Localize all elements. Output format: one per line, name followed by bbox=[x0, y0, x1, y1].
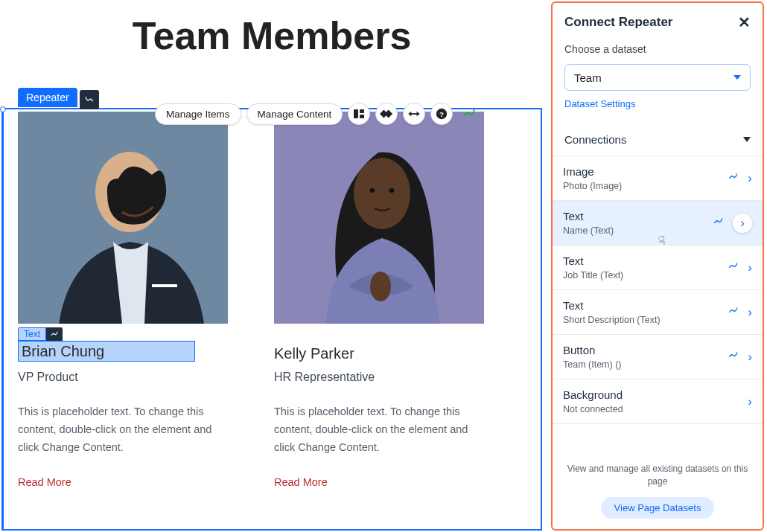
connection-title: Button bbox=[563, 344, 728, 356]
svg-rect-2 bbox=[360, 109, 364, 113]
page-title: Team Members bbox=[0, 13, 544, 58]
chevron-right-icon: › bbox=[733, 214, 752, 233]
repeater-tag-label[interactable]: Repeater bbox=[18, 88, 77, 107]
connect-data-icon[interactable] bbox=[46, 327, 63, 341]
svg-marker-26 bbox=[736, 352, 738, 353]
svg-point-14 bbox=[140, 191, 146, 196]
connection-row[interactable]: BackgroundNot connected› bbox=[553, 379, 763, 424]
connection-title: Text bbox=[563, 299, 728, 312]
svg-marker-21 bbox=[57, 332, 58, 333]
connection-subtitle: Team (Item) () bbox=[563, 359, 728, 370]
layout-icon[interactable] bbox=[348, 103, 370, 125]
read-more-link[interactable]: Read More bbox=[274, 476, 484, 488]
connect-repeater-panel: Connect Repeater ✕ Choose a dataset Team… bbox=[551, 1, 764, 531]
connected-icon bbox=[728, 260, 739, 275]
caret-down-icon bbox=[743, 137, 751, 142]
member-job[interactable]: HR Representative bbox=[274, 371, 484, 384]
member-photo[interactable] bbox=[18, 112, 228, 324]
editor-canvas: Team Members Repeater Manage Items Manag… bbox=[0, 0, 544, 532]
view-page-datasets-button[interactable]: View Page Datasets bbox=[601, 497, 715, 519]
svg-rect-1 bbox=[354, 109, 358, 118]
connection-title: Image bbox=[563, 165, 728, 178]
svg-marker-24 bbox=[736, 263, 738, 264]
member-photo[interactable] bbox=[274, 112, 484, 324]
connection-subtitle: Job Title (Text) bbox=[563, 270, 728, 281]
connection-row[interactable]: TextJob Title (Text)› bbox=[553, 246, 763, 290]
connection-row[interactable]: TextName (Text)›☟ bbox=[553, 201, 763, 246]
connection-row[interactable]: ButtonTeam (Item) ()› bbox=[553, 335, 763, 379]
stretch-icon[interactable] bbox=[403, 103, 425, 125]
svg-point-18 bbox=[370, 188, 375, 193]
chevron-right-icon: › bbox=[748, 171, 752, 186]
layers-icon[interactable] bbox=[375, 103, 398, 125]
team-card: Kelly Parker HR Representative This is p… bbox=[274, 112, 484, 488]
connection-title: Text bbox=[563, 254, 728, 267]
footer-help-text: View and manage all existing datasets on… bbox=[563, 463, 752, 488]
connections-label: Connections bbox=[564, 133, 626, 146]
chevron-right-icon: › bbox=[748, 350, 752, 365]
connection-title: Text bbox=[563, 210, 713, 222]
chevron-right-icon: › bbox=[748, 305, 752, 320]
svg-point-17 bbox=[354, 158, 410, 229]
panel-footer: View and manage all existing datasets on… bbox=[553, 451, 763, 529]
connect-data-icon[interactable] bbox=[80, 90, 99, 109]
repeater-selection-tag: Repeater bbox=[18, 88, 99, 107]
connected-icon bbox=[728, 171, 739, 185]
text-tag-label[interactable]: Text bbox=[18, 327, 46, 341]
svg-text:?: ? bbox=[439, 110, 444, 118]
panel-title: Connect Repeater bbox=[564, 15, 672, 30]
connection-subtitle: Short Description (Text) bbox=[563, 315, 728, 325]
member-job[interactable]: VP Product bbox=[18, 371, 228, 384]
svg-point-13 bbox=[115, 193, 121, 197]
manage-content-button[interactable]: Manage Content bbox=[246, 103, 343, 125]
dataset-settings-link[interactable]: Dataset Settings bbox=[553, 91, 763, 109]
member-desc[interactable]: This is placeholder text. To change this… bbox=[18, 403, 228, 457]
dataset-dropdown[interactable]: Team bbox=[564, 64, 751, 91]
connected-icon bbox=[713, 216, 724, 230]
close-icon[interactable]: ✕ bbox=[738, 13, 751, 31]
manage-items-button[interactable]: Manage Items bbox=[155, 103, 241, 125]
svg-marker-23 bbox=[721, 218, 723, 219]
repeater-items: Brian Chung VP Product This is placehold… bbox=[18, 112, 484, 488]
svg-marker-6 bbox=[409, 111, 412, 116]
svg-rect-3 bbox=[360, 115, 364, 118]
connection-title: Background bbox=[563, 388, 748, 401]
connection-row[interactable]: TextShort Description (Text)› bbox=[553, 290, 763, 335]
member-name[interactable]: Kelly Parker bbox=[274, 345, 484, 362]
connection-subtitle: Not connected bbox=[563, 404, 748, 414]
svg-point-19 bbox=[389, 188, 395, 193]
svg-point-20 bbox=[370, 272, 391, 301]
connected-icon bbox=[728, 350, 739, 364]
svg-marker-10 bbox=[473, 109, 476, 112]
chevron-right-icon: › bbox=[748, 260, 752, 275]
element-toolbar: Manage Items Manage Content ? bbox=[155, 103, 480, 125]
svg-marker-25 bbox=[736, 307, 738, 309]
read-more-link[interactable]: Read More bbox=[18, 476, 228, 488]
svg-marker-5 bbox=[385, 110, 393, 118]
svg-marker-7 bbox=[417, 111, 420, 116]
connections-section-header[interactable]: Connections bbox=[553, 126, 763, 156]
member-desc[interactable]: This is placeholder text. To change this… bbox=[274, 403, 484, 457]
connection-subtitle: Name (Text) bbox=[563, 225, 713, 236]
help-icon[interactable]: ? bbox=[430, 103, 453, 125]
member-name[interactable]: Brian Chung bbox=[18, 345, 228, 362]
svg-marker-22 bbox=[736, 173, 738, 175]
chevron-right-icon: › bbox=[748, 394, 752, 409]
svg-rect-15 bbox=[152, 284, 177, 287]
choose-dataset-label: Choose a dataset bbox=[553, 43, 763, 55]
dataset-selected-value: Team bbox=[574, 71, 602, 84]
svg-marker-0 bbox=[85, 97, 86, 98]
connection-row[interactable]: ImagePhoto (Image)› bbox=[553, 156, 763, 201]
chevron-down-icon bbox=[733, 75, 741, 80]
team-card: Brian Chung VP Product This is placehold… bbox=[18, 112, 228, 488]
connections-list: ImagePhoto (Image)›TextName (Text)›☟Text… bbox=[553, 156, 763, 451]
connected-icon bbox=[728, 305, 739, 319]
connect-icon[interactable] bbox=[458, 103, 480, 125]
connection-subtitle: Photo (Image) bbox=[563, 181, 728, 191]
text-selection-tag: Text bbox=[18, 327, 63, 341]
